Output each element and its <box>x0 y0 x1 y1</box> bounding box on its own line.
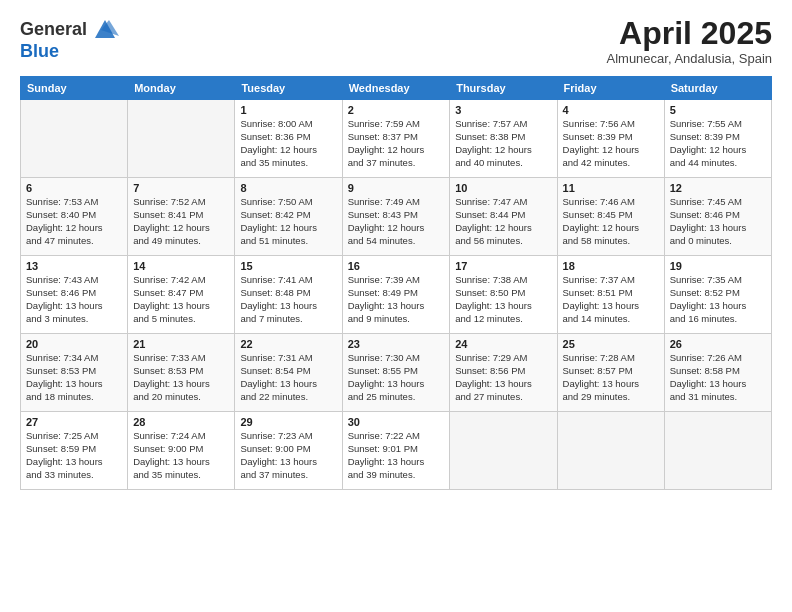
col-friday: Friday <box>557 77 664 100</box>
day-number: 8 <box>240 182 336 194</box>
day-number: 16 <box>348 260 445 272</box>
day-number: 10 <box>455 182 551 194</box>
day-number: 2 <box>348 104 445 116</box>
table-row: 23Sunrise: 7:30 AM Sunset: 8:55 PM Dayli… <box>342 334 450 412</box>
day-info: Sunrise: 7:56 AM Sunset: 8:39 PM Dayligh… <box>563 118 659 169</box>
day-number: 18 <box>563 260 659 272</box>
day-info: Sunrise: 7:46 AM Sunset: 8:45 PM Dayligh… <box>563 196 659 247</box>
table-row: 12Sunrise: 7:45 AM Sunset: 8:46 PM Dayli… <box>664 178 771 256</box>
table-row: 2Sunrise: 7:59 AM Sunset: 8:37 PM Daylig… <box>342 100 450 178</box>
col-monday: Monday <box>128 77 235 100</box>
day-number: 22 <box>240 338 336 350</box>
day-info: Sunrise: 7:29 AM Sunset: 8:56 PM Dayligh… <box>455 352 551 403</box>
day-info: Sunrise: 7:37 AM Sunset: 8:51 PM Dayligh… <box>563 274 659 325</box>
table-row: 9Sunrise: 7:49 AM Sunset: 8:43 PM Daylig… <box>342 178 450 256</box>
day-info: Sunrise: 7:53 AM Sunset: 8:40 PM Dayligh… <box>26 196 122 247</box>
day-number: 19 <box>670 260 766 272</box>
col-sunday: Sunday <box>21 77 128 100</box>
col-saturday: Saturday <box>664 77 771 100</box>
table-row: 14Sunrise: 7:42 AM Sunset: 8:47 PM Dayli… <box>128 256 235 334</box>
table-row: 29Sunrise: 7:23 AM Sunset: 9:00 PM Dayli… <box>235 412 342 490</box>
day-info: Sunrise: 7:26 AM Sunset: 8:58 PM Dayligh… <box>670 352 766 403</box>
day-info: Sunrise: 7:24 AM Sunset: 9:00 PM Dayligh… <box>133 430 229 481</box>
day-info: Sunrise: 7:55 AM Sunset: 8:39 PM Dayligh… <box>670 118 766 169</box>
table-row: 6Sunrise: 7:53 AM Sunset: 8:40 PM Daylig… <box>21 178 128 256</box>
table-row: 27Sunrise: 7:25 AM Sunset: 8:59 PM Dayli… <box>21 412 128 490</box>
day-info: Sunrise: 7:34 AM Sunset: 8:53 PM Dayligh… <box>26 352 122 403</box>
table-row <box>128 100 235 178</box>
day-number: 21 <box>133 338 229 350</box>
day-number: 1 <box>240 104 336 116</box>
col-tuesday: Tuesday <box>235 77 342 100</box>
day-number: 4 <box>563 104 659 116</box>
table-row: 1Sunrise: 8:00 AM Sunset: 8:36 PM Daylig… <box>235 100 342 178</box>
day-number: 7 <box>133 182 229 194</box>
day-info: Sunrise: 7:33 AM Sunset: 8:53 PM Dayligh… <box>133 352 229 403</box>
day-info: Sunrise: 7:35 AM Sunset: 8:52 PM Dayligh… <box>670 274 766 325</box>
table-row <box>664 412 771 490</box>
table-row: 18Sunrise: 7:37 AM Sunset: 8:51 PM Dayli… <box>557 256 664 334</box>
table-row: 21Sunrise: 7:33 AM Sunset: 8:53 PM Dayli… <box>128 334 235 412</box>
calendar-week-row: 6Sunrise: 7:53 AM Sunset: 8:40 PM Daylig… <box>21 178 772 256</box>
calendar-week-row: 20Sunrise: 7:34 AM Sunset: 8:53 PM Dayli… <box>21 334 772 412</box>
day-number: 28 <box>133 416 229 428</box>
day-number: 9 <box>348 182 445 194</box>
table-row: 26Sunrise: 7:26 AM Sunset: 8:58 PM Dayli… <box>664 334 771 412</box>
table-row: 4Sunrise: 7:56 AM Sunset: 8:39 PM Daylig… <box>557 100 664 178</box>
title-block: April 2025 Almunecar, Andalusia, Spain <box>607 16 773 66</box>
logo: General Blue <box>20 16 119 62</box>
day-info: Sunrise: 7:43 AM Sunset: 8:46 PM Dayligh… <box>26 274 122 325</box>
table-row <box>450 412 557 490</box>
table-row: 19Sunrise: 7:35 AM Sunset: 8:52 PM Dayli… <box>664 256 771 334</box>
day-info: Sunrise: 7:28 AM Sunset: 8:57 PM Dayligh… <box>563 352 659 403</box>
day-info: Sunrise: 7:31 AM Sunset: 8:54 PM Dayligh… <box>240 352 336 403</box>
calendar-table: Sunday Monday Tuesday Wednesday Thursday… <box>20 76 772 490</box>
title-location: Almunecar, Andalusia, Spain <box>607 51 773 66</box>
table-row: 17Sunrise: 7:38 AM Sunset: 8:50 PM Dayli… <box>450 256 557 334</box>
day-info: Sunrise: 7:22 AM Sunset: 9:01 PM Dayligh… <box>348 430 445 481</box>
day-number: 6 <box>26 182 122 194</box>
day-info: Sunrise: 7:52 AM Sunset: 8:41 PM Dayligh… <box>133 196 229 247</box>
day-number: 3 <box>455 104 551 116</box>
table-row: 8Sunrise: 7:50 AM Sunset: 8:42 PM Daylig… <box>235 178 342 256</box>
day-info: Sunrise: 7:42 AM Sunset: 8:47 PM Dayligh… <box>133 274 229 325</box>
day-info: Sunrise: 7:57 AM Sunset: 8:38 PM Dayligh… <box>455 118 551 169</box>
table-row: 16Sunrise: 7:39 AM Sunset: 8:49 PM Dayli… <box>342 256 450 334</box>
table-row: 20Sunrise: 7:34 AM Sunset: 8:53 PM Dayli… <box>21 334 128 412</box>
day-info: Sunrise: 7:49 AM Sunset: 8:43 PM Dayligh… <box>348 196 445 247</box>
day-info: Sunrise: 7:39 AM Sunset: 8:49 PM Dayligh… <box>348 274 445 325</box>
page-header: General Blue April 2025 Almunecar, Andal… <box>20 16 772 66</box>
day-number: 23 <box>348 338 445 350</box>
table-row: 7Sunrise: 7:52 AM Sunset: 8:41 PM Daylig… <box>128 178 235 256</box>
table-row: 22Sunrise: 7:31 AM Sunset: 8:54 PM Dayli… <box>235 334 342 412</box>
calendar-header-row: Sunday Monday Tuesday Wednesday Thursday… <box>21 77 772 100</box>
day-number: 13 <box>26 260 122 272</box>
table-row: 15Sunrise: 7:41 AM Sunset: 8:48 PM Dayli… <box>235 256 342 334</box>
day-number: 15 <box>240 260 336 272</box>
day-info: Sunrise: 7:50 AM Sunset: 8:42 PM Dayligh… <box>240 196 336 247</box>
table-row: 13Sunrise: 7:43 AM Sunset: 8:46 PM Dayli… <box>21 256 128 334</box>
table-row: 25Sunrise: 7:28 AM Sunset: 8:57 PM Dayli… <box>557 334 664 412</box>
table-row: 24Sunrise: 7:29 AM Sunset: 8:56 PM Dayli… <box>450 334 557 412</box>
day-number: 27 <box>26 416 122 428</box>
day-info: Sunrise: 7:38 AM Sunset: 8:50 PM Dayligh… <box>455 274 551 325</box>
day-info: Sunrise: 7:45 AM Sunset: 8:46 PM Dayligh… <box>670 196 766 247</box>
table-row <box>557 412 664 490</box>
table-row: 3Sunrise: 7:57 AM Sunset: 8:38 PM Daylig… <box>450 100 557 178</box>
table-row: 5Sunrise: 7:55 AM Sunset: 8:39 PM Daylig… <box>664 100 771 178</box>
day-number: 29 <box>240 416 336 428</box>
calendar-week-row: 13Sunrise: 7:43 AM Sunset: 8:46 PM Dayli… <box>21 256 772 334</box>
logo-icon <box>91 16 119 44</box>
table-row: 28Sunrise: 7:24 AM Sunset: 9:00 PM Dayli… <box>128 412 235 490</box>
logo-general: General <box>20 20 87 40</box>
day-number: 30 <box>348 416 445 428</box>
day-number: 14 <box>133 260 229 272</box>
calendar-week-row: 1Sunrise: 8:00 AM Sunset: 8:36 PM Daylig… <box>21 100 772 178</box>
title-month: April 2025 <box>607 16 773 51</box>
table-row: 30Sunrise: 7:22 AM Sunset: 9:01 PM Dayli… <box>342 412 450 490</box>
calendar-week-row: 27Sunrise: 7:25 AM Sunset: 8:59 PM Dayli… <box>21 412 772 490</box>
day-info: Sunrise: 8:00 AM Sunset: 8:36 PM Dayligh… <box>240 118 336 169</box>
col-wednesday: Wednesday <box>342 77 450 100</box>
day-info: Sunrise: 7:59 AM Sunset: 8:37 PM Dayligh… <box>348 118 445 169</box>
logo-blue: Blue <box>20 42 119 62</box>
